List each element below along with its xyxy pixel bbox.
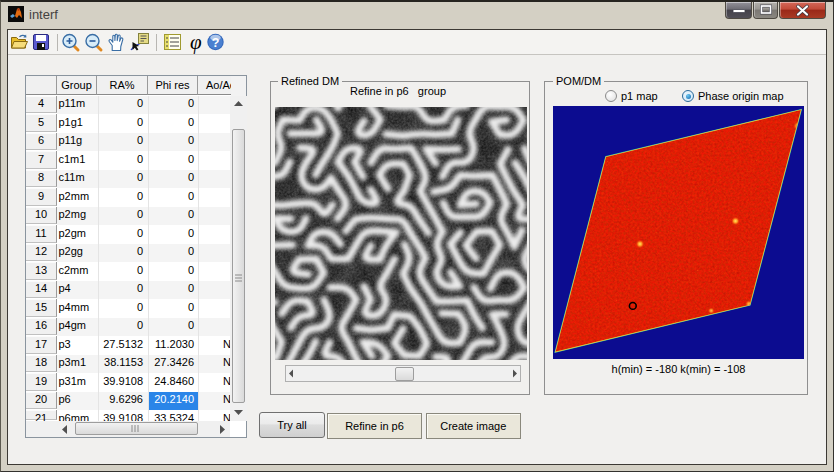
svg-text:?: ? bbox=[212, 36, 220, 50]
svg-text:φ: φ bbox=[190, 30, 202, 54]
